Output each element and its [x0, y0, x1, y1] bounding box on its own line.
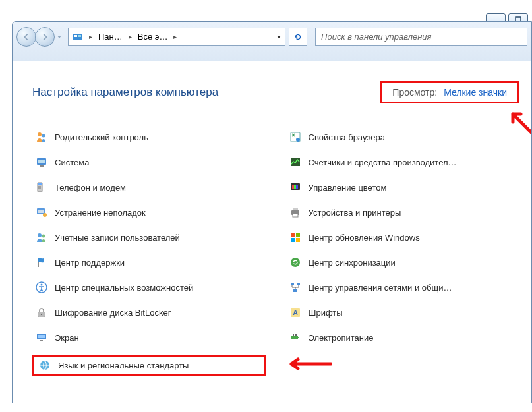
system-icon	[35, 156, 48, 169]
svg-rect-4	[78, 35, 81, 37]
item-label: Учетные записи пользователей	[55, 233, 180, 243]
item-power[interactable]: Электропитание	[286, 330, 520, 345]
address-dropdown[interactable]	[272, 28, 285, 45]
address-bar[interactable]: ▸ Пан… ▸ Все э… ▸	[68, 28, 285, 46]
item-label: Счетчики и средства производител…	[309, 158, 457, 167]
svg-rect-27	[293, 208, 298, 210]
control-panel-icon	[69, 28, 87, 45]
svg-point-38	[41, 284, 43, 286]
item-devices-printers[interactable]: Устройства и принтеры	[286, 204, 520, 220]
item-user-accounts[interactable]: Учетные записи пользователей	[32, 229, 266, 245]
item-label: Устранение неполадок	[55, 208, 146, 218]
item-performance-counters[interactable]: Счетчики и средства производител…	[286, 154, 520, 170]
svg-point-30	[42, 235, 45, 238]
item-label: Центр поддержки	[55, 258, 125, 268]
network-icon	[289, 281, 302, 294]
svg-point-6	[42, 134, 45, 138]
svg-point-5	[38, 132, 42, 136]
item-label: Родительский контроль	[55, 132, 148, 142]
item-system[interactable]: Система	[32, 154, 266, 170]
svg-point-16	[40, 186, 41, 187]
svg-point-29	[38, 233, 42, 237]
item-troubleshooting[interactable]: Устранение неполадок	[32, 204, 266, 220]
breadcrumb-seg-1[interactable]: Пан…	[94, 28, 127, 45]
item-bitlocker[interactable]: Шифрование диска BitLocker	[32, 305, 266, 320]
svg-rect-3	[74, 35, 77, 37]
svg-point-44	[41, 314, 42, 315]
svg-rect-14	[38, 183, 42, 185]
chevron-right-icon: ▸	[127, 33, 134, 40]
svg-rect-20	[292, 185, 294, 189]
chevron-right-icon: ▸	[171, 33, 179, 40]
search-input[interactable]: Поиск в панели управления	[315, 28, 527, 46]
item-parental-control[interactable]: Родительский контроль	[32, 129, 266, 145]
back-button[interactable]	[16, 27, 36, 47]
svg-rect-21	[294, 185, 296, 189]
toolbar: ▸ Пан… ▸ Все э… ▸ Поиск в панели управле…	[13, 22, 531, 51]
item-label: Шрифты	[309, 308, 343, 318]
item-sync-center[interactable]: Центр синхронизации	[286, 254, 520, 270]
item-network-sharing[interactable]: Центр управления сетями и общи…	[286, 280, 520, 295]
nav-buttons	[16, 27, 64, 47]
svg-rect-22	[296, 185, 298, 189]
item-fonts[interactable]: A Шрифты	[286, 305, 520, 320]
phone-icon	[35, 181, 48, 194]
svg-point-8	[296, 138, 300, 142]
svg-rect-33	[291, 238, 295, 242]
svg-rect-34	[296, 238, 300, 242]
search-placeholder: Поиск в панели управления	[321, 32, 432, 42]
item-phone-modem[interactable]: Телефон и модем	[32, 179, 266, 195]
svg-rect-11	[40, 165, 44, 167]
perf-icon	[289, 156, 302, 169]
breadcrumb-seg-2[interactable]: Все э…	[134, 28, 172, 45]
svg-point-15	[38, 186, 40, 187]
window-frame: ▸ Пан… ▸ Все э… ▸ Поиск в панели управле…	[12, 21, 532, 403]
item-windows-update[interactable]: Центр обновления Windows	[286, 229, 520, 245]
globe-icon	[38, 359, 51, 372]
item-label: Центр обновления Windows	[309, 233, 420, 243]
svg-point-18	[40, 187, 41, 189]
svg-rect-28	[293, 214, 298, 217]
page-title: Настройка параметров компьютера	[32, 86, 218, 99]
svg-point-36	[291, 258, 300, 267]
item-browser-properties[interactable]: Свойства браузера	[286, 129, 520, 145]
view-mode-box[interactable]: Просмотр: Мелкие значки	[380, 81, 519, 103]
svg-rect-48	[38, 335, 45, 338]
power-icon	[289, 331, 302, 344]
display-icon	[35, 331, 48, 344]
svg-rect-39	[291, 283, 294, 285]
color-icon	[289, 181, 302, 194]
item-label: Управление цветом	[309, 183, 387, 192]
browser-icon	[289, 131, 302, 144]
item-label: Экран	[55, 333, 79, 343]
nav-history-dropdown[interactable]	[55, 30, 64, 44]
item-label: Язык и региональные стандарты	[58, 361, 189, 370]
svg-point-25	[43, 213, 47, 217]
svg-rect-32	[296, 233, 300, 237]
chevron-right-icon: ▸	[87, 33, 94, 40]
view-label: Просмотр:	[392, 87, 437, 98]
svg-rect-24	[38, 210, 44, 213]
svg-rect-10	[38, 160, 45, 163]
svg-rect-49	[40, 340, 43, 341]
update-icon	[289, 231, 302, 244]
sync-icon	[289, 256, 302, 269]
svg-rect-31	[291, 233, 295, 237]
content-area: Настройка параметров компьютера Просмотр…	[13, 61, 531, 403]
item-support-center[interactable]: Центр поддержки	[32, 254, 266, 270]
flag-icon	[35, 256, 48, 269]
access-icon	[35, 281, 48, 294]
item-region-language[interactable]: Язык и региональные стандарты	[32, 355, 266, 376]
family-icon	[35, 131, 48, 144]
lock-icon	[35, 306, 48, 319]
separator	[13, 117, 531, 117]
forward-button[interactable]	[35, 27, 55, 47]
refresh-button[interactable]	[289, 28, 307, 46]
printer-icon	[289, 206, 302, 219]
item-ease-of-access[interactable]: Центр специальных возможностей	[32, 280, 266, 295]
item-color-management[interactable]: Управление цветом	[286, 179, 520, 195]
item-label: Свойства браузера	[309, 132, 385, 142]
svg-text:A: A	[293, 309, 297, 316]
svg-point-17	[38, 187, 40, 189]
item-display[interactable]: Экран	[32, 330, 266, 345]
